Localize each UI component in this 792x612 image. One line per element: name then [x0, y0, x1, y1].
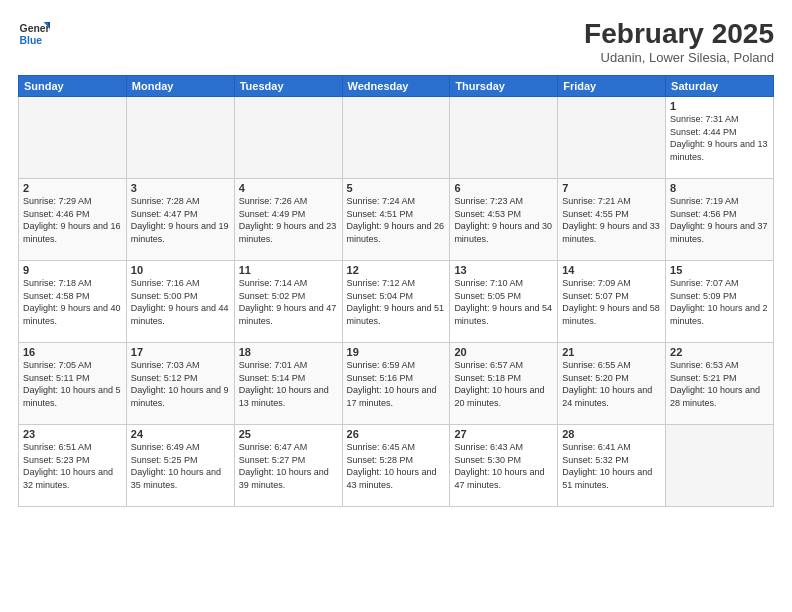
day-number: 17 [131, 346, 230, 358]
day-cell: 2Sunrise: 7:29 AM Sunset: 4:46 PM Daylig… [19, 179, 127, 261]
subtitle: Udanin, Lower Silesia, Poland [584, 50, 774, 65]
day-number: 14 [562, 264, 661, 276]
day-info: Sunrise: 7:09 AM Sunset: 5:07 PM Dayligh… [562, 277, 661, 327]
header: General Blue February 2025 Udanin, Lower… [18, 18, 774, 65]
day-number: 10 [131, 264, 230, 276]
day-cell [666, 425, 774, 507]
day-info: Sunrise: 7:28 AM Sunset: 4:47 PM Dayligh… [131, 195, 230, 245]
day-cell: 1Sunrise: 7:31 AM Sunset: 4:44 PM Daylig… [666, 97, 774, 179]
day-info: Sunrise: 7:01 AM Sunset: 5:14 PM Dayligh… [239, 359, 338, 409]
svg-text:General: General [20, 23, 50, 34]
day-number: 25 [239, 428, 338, 440]
day-info: Sunrise: 6:49 AM Sunset: 5:25 PM Dayligh… [131, 441, 230, 491]
day-info: Sunrise: 7:19 AM Sunset: 4:56 PM Dayligh… [670, 195, 769, 245]
calendar-table: SundayMondayTuesdayWednesdayThursdayFrid… [18, 75, 774, 507]
day-cell: 11Sunrise: 7:14 AM Sunset: 5:02 PM Dayli… [234, 261, 342, 343]
day-info: Sunrise: 7:26 AM Sunset: 4:49 PM Dayligh… [239, 195, 338, 245]
col-header-friday: Friday [558, 76, 666, 97]
calendar-header: SundayMondayTuesdayWednesdayThursdayFrid… [19, 76, 774, 97]
day-number: 11 [239, 264, 338, 276]
calendar-body: 1Sunrise: 7:31 AM Sunset: 4:44 PM Daylig… [19, 97, 774, 507]
day-info: Sunrise: 6:41 AM Sunset: 5:32 PM Dayligh… [562, 441, 661, 491]
day-cell: 20Sunrise: 6:57 AM Sunset: 5:18 PM Dayli… [450, 343, 558, 425]
day-info: Sunrise: 7:03 AM Sunset: 5:12 PM Dayligh… [131, 359, 230, 409]
day-number: 28 [562, 428, 661, 440]
day-cell: 17Sunrise: 7:03 AM Sunset: 5:12 PM Dayli… [126, 343, 234, 425]
day-number: 21 [562, 346, 661, 358]
week-row-2: 9Sunrise: 7:18 AM Sunset: 4:58 PM Daylig… [19, 261, 774, 343]
day-info: Sunrise: 6:55 AM Sunset: 5:20 PM Dayligh… [562, 359, 661, 409]
week-row-0: 1Sunrise: 7:31 AM Sunset: 4:44 PM Daylig… [19, 97, 774, 179]
day-number: 2 [23, 182, 122, 194]
main-title: February 2025 [584, 18, 774, 50]
day-cell: 8Sunrise: 7:19 AM Sunset: 4:56 PM Daylig… [666, 179, 774, 261]
day-info: Sunrise: 7:18 AM Sunset: 4:58 PM Dayligh… [23, 277, 122, 327]
day-number: 4 [239, 182, 338, 194]
day-number: 27 [454, 428, 553, 440]
day-number: 15 [670, 264, 769, 276]
day-cell: 27Sunrise: 6:43 AM Sunset: 5:30 PM Dayli… [450, 425, 558, 507]
day-cell: 14Sunrise: 7:09 AM Sunset: 5:07 PM Dayli… [558, 261, 666, 343]
col-header-sunday: Sunday [19, 76, 127, 97]
svg-text:Blue: Blue [20, 35, 43, 46]
day-cell: 25Sunrise: 6:47 AM Sunset: 5:27 PM Dayli… [234, 425, 342, 507]
page: General Blue February 2025 Udanin, Lower… [0, 0, 792, 612]
week-row-1: 2Sunrise: 7:29 AM Sunset: 4:46 PM Daylig… [19, 179, 774, 261]
day-number: 3 [131, 182, 230, 194]
col-header-monday: Monday [126, 76, 234, 97]
day-cell: 16Sunrise: 7:05 AM Sunset: 5:11 PM Dayli… [19, 343, 127, 425]
day-cell: 21Sunrise: 6:55 AM Sunset: 5:20 PM Dayli… [558, 343, 666, 425]
day-cell: 15Sunrise: 7:07 AM Sunset: 5:09 PM Dayli… [666, 261, 774, 343]
day-cell: 13Sunrise: 7:10 AM Sunset: 5:05 PM Dayli… [450, 261, 558, 343]
day-cell: 10Sunrise: 7:16 AM Sunset: 5:00 PM Dayli… [126, 261, 234, 343]
day-cell [342, 97, 450, 179]
day-cell: 9Sunrise: 7:18 AM Sunset: 4:58 PM Daylig… [19, 261, 127, 343]
day-info: Sunrise: 6:59 AM Sunset: 5:16 PM Dayligh… [347, 359, 446, 409]
logo: General Blue [18, 18, 50, 50]
day-info: Sunrise: 7:29 AM Sunset: 4:46 PM Dayligh… [23, 195, 122, 245]
day-info: Sunrise: 7:10 AM Sunset: 5:05 PM Dayligh… [454, 277, 553, 327]
day-cell: 6Sunrise: 7:23 AM Sunset: 4:53 PM Daylig… [450, 179, 558, 261]
day-cell: 18Sunrise: 7:01 AM Sunset: 5:14 PM Dayli… [234, 343, 342, 425]
week-row-3: 16Sunrise: 7:05 AM Sunset: 5:11 PM Dayli… [19, 343, 774, 425]
week-row-4: 23Sunrise: 6:51 AM Sunset: 5:23 PM Dayli… [19, 425, 774, 507]
day-cell [19, 97, 127, 179]
col-header-thursday: Thursday [450, 76, 558, 97]
day-cell [234, 97, 342, 179]
day-cell: 24Sunrise: 6:49 AM Sunset: 5:25 PM Dayli… [126, 425, 234, 507]
day-number: 19 [347, 346, 446, 358]
day-cell: 23Sunrise: 6:51 AM Sunset: 5:23 PM Dayli… [19, 425, 127, 507]
day-info: Sunrise: 6:47 AM Sunset: 5:27 PM Dayligh… [239, 441, 338, 491]
day-number: 7 [562, 182, 661, 194]
day-info: Sunrise: 6:53 AM Sunset: 5:21 PM Dayligh… [670, 359, 769, 409]
day-info: Sunrise: 7:23 AM Sunset: 4:53 PM Dayligh… [454, 195, 553, 245]
title-block: February 2025 Udanin, Lower Silesia, Pol… [584, 18, 774, 65]
day-cell: 7Sunrise: 7:21 AM Sunset: 4:55 PM Daylig… [558, 179, 666, 261]
day-info: Sunrise: 7:24 AM Sunset: 4:51 PM Dayligh… [347, 195, 446, 245]
day-cell: 19Sunrise: 6:59 AM Sunset: 5:16 PM Dayli… [342, 343, 450, 425]
day-cell: 12Sunrise: 7:12 AM Sunset: 5:04 PM Dayli… [342, 261, 450, 343]
day-cell [450, 97, 558, 179]
day-info: Sunrise: 6:43 AM Sunset: 5:30 PM Dayligh… [454, 441, 553, 491]
day-number: 1 [670, 100, 769, 112]
day-number: 12 [347, 264, 446, 276]
day-info: Sunrise: 7:05 AM Sunset: 5:11 PM Dayligh… [23, 359, 122, 409]
day-cell: 28Sunrise: 6:41 AM Sunset: 5:32 PM Dayli… [558, 425, 666, 507]
day-info: Sunrise: 7:14 AM Sunset: 5:02 PM Dayligh… [239, 277, 338, 327]
day-cell: 22Sunrise: 6:53 AM Sunset: 5:21 PM Dayli… [666, 343, 774, 425]
day-info: Sunrise: 7:12 AM Sunset: 5:04 PM Dayligh… [347, 277, 446, 327]
logo-icon: General Blue [18, 18, 50, 50]
day-cell [558, 97, 666, 179]
day-info: Sunrise: 6:51 AM Sunset: 5:23 PM Dayligh… [23, 441, 122, 491]
day-number: 16 [23, 346, 122, 358]
day-number: 20 [454, 346, 553, 358]
col-header-tuesday: Tuesday [234, 76, 342, 97]
day-number: 24 [131, 428, 230, 440]
col-header-wednesday: Wednesday [342, 76, 450, 97]
day-number: 8 [670, 182, 769, 194]
day-number: 26 [347, 428, 446, 440]
day-number: 13 [454, 264, 553, 276]
header-row: SundayMondayTuesdayWednesdayThursdayFrid… [19, 76, 774, 97]
day-number: 22 [670, 346, 769, 358]
day-number: 9 [23, 264, 122, 276]
